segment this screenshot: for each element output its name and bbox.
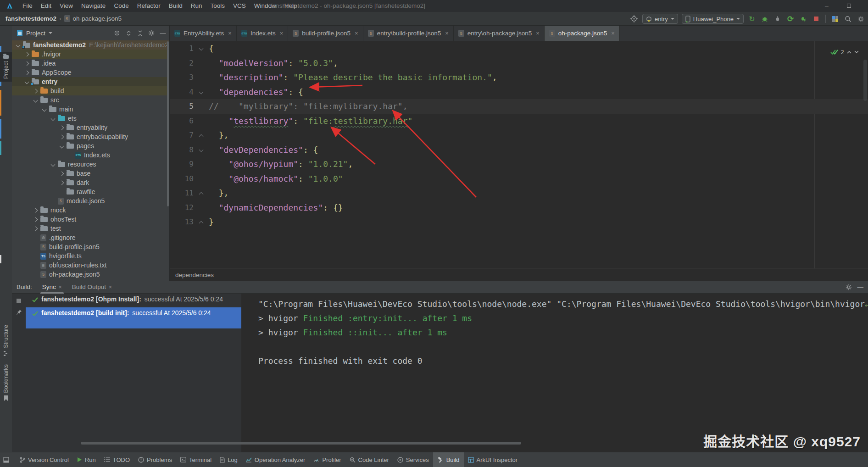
tree-item-build-profile-json5[interactable]: build-profile.json5 [12, 242, 169, 251]
close-icon[interactable]: × [445, 30, 449, 37]
tree-item-index-ets[interactable]: Index.ets [12, 150, 169, 160]
locate-icon[interactable] [629, 14, 639, 23]
tree-chevron-icon[interactable] [25, 52, 29, 56]
statusbar-button-version-control[interactable]: Version Control [16, 452, 73, 467]
close-icon[interactable]: × [611, 30, 615, 37]
close-icon[interactable]: × [109, 284, 112, 290]
tree-chevron-icon[interactable] [25, 70, 29, 75]
tree-item-ets[interactable]: ets [12, 114, 169, 123]
tree-item-appscope[interactable]: AppScope [12, 68, 169, 77]
device-manager-icon[interactable] [830, 14, 840, 23]
tree-chevron-icon[interactable] [33, 226, 38, 231]
tree-item-oh-package-json5[interactable]: oh-package.json5 [12, 270, 169, 279]
tab-entry-build-profile-json5[interactable]: entry\build-profile.json5× [363, 26, 454, 41]
menu-run[interactable]: Run [187, 0, 206, 12]
build-tab-sync[interactable]: Sync× [42, 281, 62, 294]
tree-chevron-icon[interactable] [25, 79, 29, 84]
pin-icon[interactable] [16, 309, 22, 315]
tree-chevron-icon[interactable] [33, 89, 38, 93]
menu-view[interactable]: View [56, 0, 77, 12]
locate-file-icon[interactable] [113, 29, 121, 37]
tab-build-profile-json5[interactable]: build-profile.json5× [288, 26, 363, 41]
stop-icon[interactable] [812, 14, 821, 23]
prev-issue-icon[interactable] [847, 50, 851, 54]
project-view-selector[interactable]: Project [17, 30, 52, 37]
fold-marker-icon[interactable] [194, 186, 209, 200]
console-horizontal-scrollbar[interactable] [81, 442, 521, 445]
minimize-button[interactable]: – [818, 0, 836, 12]
tree-chevron-icon[interactable] [60, 144, 64, 148]
code-line-10[interactable]: 10 "@ohos/hamock": "1.0.0" [170, 172, 868, 186]
code-editor[interactable]: 1{2 "modelVersion": "5.0.3",3 "descripti… [170, 41, 868, 268]
menu-vcs[interactable]: VCS [229, 0, 250, 12]
search-icon[interactable] [843, 14, 852, 23]
expand-all-icon[interactable] [125, 29, 132, 37]
menu-navigate[interactable]: Navigate [77, 0, 110, 12]
tree-chevron-icon[interactable] [25, 61, 29, 66]
debug-icon[interactable] [760, 14, 769, 23]
menu-edit[interactable]: Edit [37, 0, 56, 12]
close-icon[interactable]: × [59, 284, 62, 290]
build-event-row[interactable]: fanshetestdemo2 [Ohpm Install]: successf… [26, 294, 241, 306]
statusbar-button-terminal[interactable]: Terminal [176, 452, 216, 467]
tree-chevron-icon[interactable] [33, 98, 38, 102]
attach-debugger-icon[interactable] [799, 14, 808, 23]
fold-marker-icon[interactable] [194, 215, 209, 229]
editor-scrollbar[interactable] [863, 60, 867, 101]
tree-item-ohostest[interactable]: ohosTest [12, 215, 169, 224]
code-line-2[interactable]: 2 "modelVersion": "5.0.3", [170, 56, 868, 71]
fold-marker-icon[interactable] [194, 143, 209, 157]
maximize-button[interactable] [840, 0, 858, 12]
tree-item--hvigor[interactable]: .hvigor [12, 50, 169, 59]
stop-square-icon[interactable] [16, 298, 22, 304]
tree-chevron-icon[interactable] [60, 180, 64, 185]
tree-chevron-icon[interactable] [16, 43, 21, 47]
fold-marker-icon[interactable] [194, 85, 209, 100]
code-line-3[interactable]: 3 "description": "Please describe the ba… [170, 70, 868, 85]
breadcrumb-project[interactable]: fanshetestdemo2 [6, 15, 56, 22]
menu-tools[interactable]: Tools [206, 0, 229, 12]
code-line-6[interactable]: 6 "testlibrary": "file:testlibrary.har" [170, 114, 868, 128]
settings-icon[interactable] [148, 29, 155, 37]
tree-item-rawfile[interactable]: rawfile [12, 187, 169, 196]
toolwindow-button-bookmarks[interactable]: Bookmarks [0, 364, 12, 401]
code-line-11[interactable]: 11 }, [170, 186, 868, 200]
build-console[interactable]: "C:\Program Files\Huawei\DevEco Studio\t… [241, 294, 868, 452]
tree-chevron-icon[interactable] [33, 217, 38, 222]
tree-item-main[interactable]: main [12, 105, 169, 114]
hide-build-panel-icon[interactable]: — [857, 284, 864, 290]
tree-item-pages[interactable]: pages [12, 141, 169, 150]
statusbar-button-todo[interactable]: TODO [100, 452, 134, 467]
statusbar-button-profiler[interactable]: Profiler [309, 452, 345, 467]
build-settings-icon[interactable] [846, 284, 852, 290]
statusbar-button-arkui-inspector[interactable]: ArkUI Inspector [464, 452, 522, 467]
fold-marker-icon[interactable] [194, 41, 209, 56]
tree-chevron-icon[interactable] [51, 116, 56, 121]
statusbar-button-services[interactable]: Services [393, 452, 433, 467]
tree-chevron-icon[interactable] [33, 208, 38, 212]
breadcrumb-file[interactable]: oh-package.json5 [73, 15, 122, 22]
restart-app-icon[interactable]: ⟳ [786, 14, 795, 23]
menu-file[interactable]: File [18, 0, 37, 12]
code-line-1[interactable]: 1{ [170, 41, 868, 56]
tree-item-test[interactable]: test [12, 224, 169, 233]
statusbar-button-code-linter[interactable]: Code Linter [345, 452, 393, 467]
tab-entryability-ets[interactable]: EntryAbility.ets× [170, 26, 237, 41]
tree-item-mock[interactable]: mock [12, 206, 169, 215]
tree-item--idea[interactable]: .idea [12, 59, 169, 68]
close-icon[interactable]: × [280, 30, 284, 37]
statusbar-button-log[interactable]: Log [216, 452, 242, 467]
build-tab-build-output[interactable]: Build Output× [72, 281, 112, 294]
toolwindow-toggle-icon[interactable] [0, 457, 12, 463]
tree-item-base[interactable]: base [12, 169, 169, 178]
code-line-8[interactable]: 8 "devDependencies": { [170, 143, 868, 157]
close-icon[interactable]: × [355, 30, 358, 37]
tree-chevron-icon[interactable] [51, 162, 56, 167]
statusbar-button-build[interactable]: Build [433, 452, 464, 467]
module-selector[interactable]: entry [642, 14, 678, 24]
tree-item-entryability[interactable]: entryability [12, 123, 169, 132]
tree-item-obfuscation-rules-txt[interactable]: obfuscation-rules.txt [12, 261, 169, 270]
hide-panel-icon[interactable]: — [159, 29, 167, 37]
inspection-widget[interactable]: 2 [830, 45, 859, 60]
build-event-row[interactable]: fanshetestdemo2 [build init]: successful… [26, 307, 241, 328]
